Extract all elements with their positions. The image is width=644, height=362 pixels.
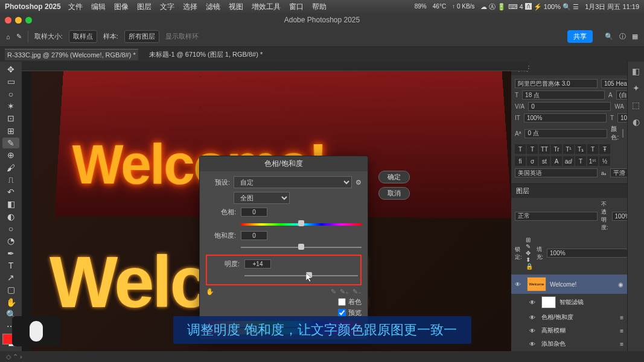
underline-button[interactable]: T <box>587 144 598 154</box>
smart-filters-row[interactable]: 👁 智能滤镜 <box>511 294 627 311</box>
half-button[interactable]: ½ <box>599 156 610 166</box>
eraser-tool[interactable]: ◧ <box>2 198 19 209</box>
panel-icon-2[interactable]: ✦ <box>633 83 640 93</box>
t1-button[interactable]: T <box>575 156 586 166</box>
tab-2[interactable]: 未标题-1 @ 6710% (图层 1, RGB/8#) * <box>147 48 265 61</box>
smallcaps-button[interactable]: Tr <box>551 144 562 154</box>
st-button[interactable]: st <box>539 156 550 166</box>
subscript-button[interactable]: T₁ <box>575 144 586 154</box>
baseline-input[interactable] <box>524 129 607 138</box>
share-button[interactable]: 共享 <box>567 30 593 43</box>
ad-button[interactable]: aⅆ <box>563 156 574 166</box>
eyedropper-tool[interactable]: ✎ <box>2 138 19 148</box>
maximize-button[interactable] <box>25 17 32 24</box>
sample-dropdown[interactable]: 所有图层 <box>124 30 159 43</box>
text-color-swatch[interactable] <box>622 129 623 138</box>
frame-tool[interactable]: ⊞ <box>2 125 19 136</box>
menu-plugins[interactable]: 增效工具 <box>252 2 281 12</box>
cancel-button[interactable]: 取消 <box>378 187 410 200</box>
gradient-tool[interactable]: ◐ <box>2 211 19 222</box>
filter-gaussian-blur[interactable]: 👁 高斯模糊 ≡ <box>511 324 627 337</box>
menu-type[interactable]: 文字 <box>160 2 174 12</box>
horizontal-ruler[interactable] <box>22 62 528 71</box>
crop-tool[interactable]: ⊡ <box>2 113 19 124</box>
home-icon[interactable]: ⌂ <box>6 33 10 40</box>
font-family-dropdown[interactable] <box>515 79 598 88</box>
minimize-button[interactable] <box>15 17 22 24</box>
menu-help[interactable]: 帮助 <box>312 2 327 12</box>
kerning-input[interactable] <box>528 102 611 111</box>
workspace-icon[interactable]: ▦ <box>632 33 638 40</box>
1st-button[interactable]: 1ˢᵗ <box>587 156 598 166</box>
lock-icons[interactable]: ⊞ ✎ ✥ ⬍ 🔒 <box>526 237 533 270</box>
menu-layer[interactable]: 图层 <box>137 2 151 12</box>
search-icon[interactable]: 🔍 <box>605 33 613 40</box>
brush-tool[interactable]: 🖌 <box>2 162 19 173</box>
filter-settings-icon[interactable]: ≡ <box>620 328 623 334</box>
show-ring-checkbox[interactable]: 显示取样环 <box>165 32 199 41</box>
eyedropper-sub-icon[interactable]: ✎₋ <box>352 288 362 296</box>
status-icons[interactable]: ☁ Ⓐ 🔋 ⌨ 4 🅰 ⚡ 100% 🔍 ☰ <box>480 2 579 11</box>
hue-value[interactable] <box>241 208 267 217</box>
layers-panel-header[interactable]: 图层 <box>511 184 627 198</box>
panel-icon-4[interactable]: ◐ <box>633 117 640 127</box>
stamp-tool[interactable]: ⎍ <box>2 174 19 185</box>
menu-view[interactable]: 视图 <box>229 2 243 12</box>
preset-dropdown[interactable]: 自定 <box>234 176 352 188</box>
superscript-button[interactable]: T¹ <box>563 144 574 154</box>
eyedropper-1-icon[interactable]: ✎ <box>331 288 336 296</box>
caps-button[interactable]: TT <box>539 144 550 154</box>
tab-1[interactable]: R-333C.jpg @ 279% (Welcome!, RGB/8#) * <box>5 49 138 60</box>
ok-button[interactable]: 确定 <box>378 171 410 183</box>
preset-menu-icon[interactable]: ⚙ <box>355 179 362 186</box>
layer-thumb[interactable]: Welcome <box>527 277 546 291</box>
lightness-value[interactable] <box>244 259 271 268</box>
menu-edit[interactable]: 编辑 <box>91 2 106 12</box>
fill-input[interactable] <box>547 249 630 258</box>
panel-icon-1[interactable]: ◧ <box>632 66 640 76</box>
visibility-icon[interactable]: 👁 <box>529 341 538 348</box>
type-tool[interactable]: T <box>2 260 19 271</box>
saturation-slider[interactable] <box>241 243 362 252</box>
filter-add-noise[interactable]: 👁 添加杂色 ≡ <box>511 337 627 351</box>
panel-icon-3[interactable]: ⬚ <box>632 100 640 110</box>
layer-welcome[interactable]: 👁 Welcome Welcome! ◉ <box>511 275 627 294</box>
hue-slider[interactable] <box>241 219 362 229</box>
channel-dropdown[interactable]: 全图 <box>234 192 290 204</box>
sigma-button[interactable]: σ <box>527 156 538 166</box>
blur-tool[interactable]: ○ <box>2 223 19 234</box>
visibility-icon[interactable]: 👁 <box>529 299 538 306</box>
filter-mask-thumb[interactable] <box>541 296 556 308</box>
menu-window[interactable]: 窗口 <box>289 2 304 12</box>
eyedropper-add-icon[interactable]: ✎₊ <box>340 288 349 296</box>
character-panel-header[interactable]: 字符 <box>511 62 627 75</box>
visibility-icon[interactable]: 👁 <box>529 328 538 334</box>
eyedropper-icon[interactable]: ✎ <box>16 33 22 40</box>
filter-hue-saturation[interactable]: 👁 色相/饱和度 ≡ <box>511 311 627 324</box>
dodge-tool[interactable]: ◔ <box>2 235 19 246</box>
bold-button[interactable]: T <box>515 144 526 154</box>
history-brush-tool[interactable]: ↶ <box>2 186 19 197</box>
move-tool[interactable]: ✥ <box>2 64 19 75</box>
lasso-tool[interactable]: ○ <box>2 89 19 100</box>
sample-size-dropdown[interactable]: 取样点 <box>69 30 97 43</box>
italic-button[interactable]: T <box>527 144 538 154</box>
visibility-icon[interactable]: 👁 <box>515 281 523 288</box>
visibility-icon[interactable]: 👁 <box>529 314 538 321</box>
filter-settings-icon[interactable]: ≡ <box>620 341 623 348</box>
font-size-input[interactable] <box>522 91 605 100</box>
wand-tool[interactable]: ✶ <box>2 101 19 112</box>
pen-tool[interactable]: ✒ <box>2 247 19 258</box>
language-dropdown[interactable] <box>515 168 598 177</box>
marquee-tool[interactable]: ▭ <box>2 76 19 87</box>
close-button[interactable] <box>5 17 11 24</box>
saturation-value[interactable] <box>241 231 267 240</box>
hand-icon[interactable]: ✋ <box>206 288 214 296</box>
colorize-checkbox[interactable] <box>338 298 346 306</box>
menu-file[interactable]: 文件 <box>68 2 83 12</box>
menu-filter[interactable]: 滤镜 <box>206 2 220 12</box>
clock[interactable]: 1月3日 周五 11:19 <box>585 2 639 11</box>
menu-image[interactable]: 图像 <box>114 2 129 12</box>
strike-button[interactable]: Ŧ <box>599 144 610 154</box>
blend-mode-dropdown[interactable] <box>515 212 598 221</box>
